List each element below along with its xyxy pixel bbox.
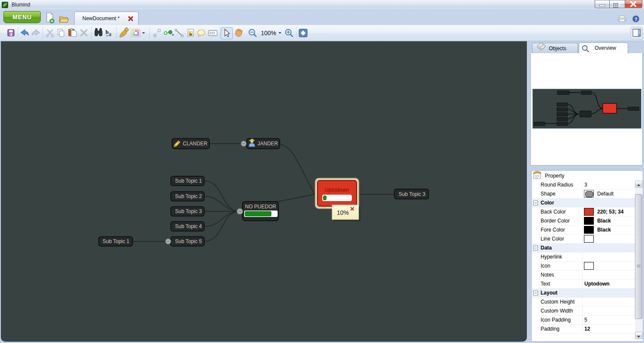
svg-text:JANDER: JANDER	[257, 141, 278, 147]
svg-text:Sub Topic 1: Sub Topic 1	[175, 178, 202, 184]
svg-text:Uptodown: Uptodown	[325, 187, 349, 193]
svg-text:a: a	[109, 30, 112, 37]
svg-text:Sub Topic 5: Sub Topic 5	[175, 238, 202, 244]
svg-text:Sub Topic 4: Sub Topic 4	[175, 223, 202, 229]
svg-text:Sub Topic 3: Sub Topic 3	[175, 208, 202, 214]
svg-text:10%: 10%	[337, 209, 349, 216]
svg-text:Sub Topic 1: Sub Topic 1	[103, 238, 130, 244]
svg-text:Sub Topic 2: Sub Topic 2	[175, 193, 202, 199]
svg-text:NO PUEDOR: NO PUEDOR	[245, 204, 276, 210]
svg-text:Sub Topic 3: Sub Topic 3	[399, 191, 426, 197]
svg-text:CLANDER: CLANDER	[183, 141, 208, 147]
svg-text:100%: 100%	[261, 30, 276, 36]
svg-text:?: ?	[635, 17, 638, 22]
